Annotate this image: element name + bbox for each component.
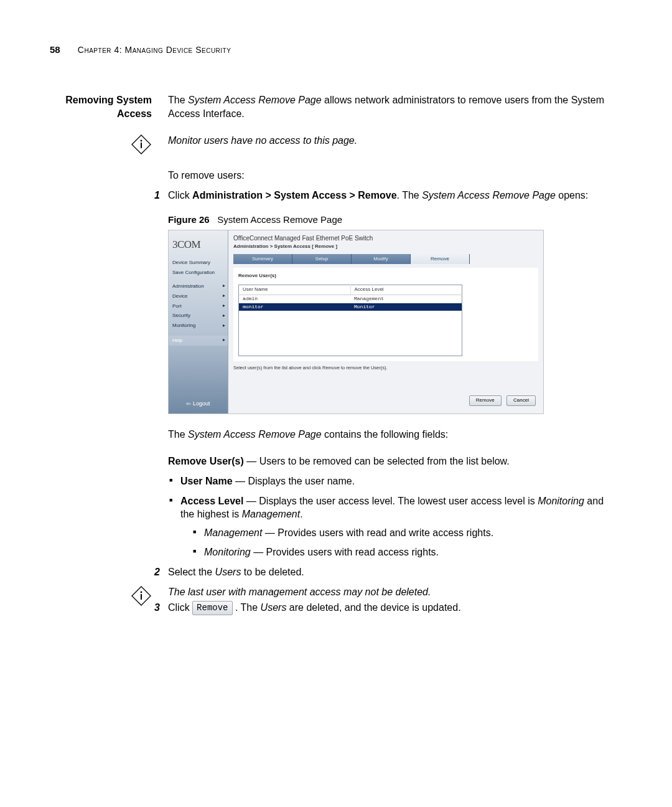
- remove-button[interactable]: Remove: [469, 395, 502, 406]
- remove-users-field: Remove User(s) — Users to be removed can…: [168, 455, 616, 468]
- nav-help[interactable]: Help: [169, 336, 228, 346]
- svg-point-4: [141, 591, 142, 593]
- nav-security[interactable]: Security: [169, 311, 228, 321]
- field-user-name: User Name — Displays the user name.: [180, 474, 616, 488]
- nav-save-configuration[interactable]: Save Configuration: [169, 268, 228, 278]
- logout-button[interactable]: ⇦ Logout: [169, 400, 228, 407]
- nav-monitoring[interactable]: Monitoring: [169, 321, 228, 331]
- screenshot-title: OfficeConnect Managed Fast Ethernet PoE …: [228, 230, 543, 244]
- panel-title: Remove User(s): [238, 273, 533, 280]
- svg-rect-2: [141, 143, 142, 148]
- table-row[interactable]: monitor Monitor: [239, 303, 462, 311]
- cancel-button[interactable]: Cancel: [506, 395, 536, 406]
- section-title: Removing System Access: [50, 93, 152, 120]
- to-remove-users: To remove users:: [168, 169, 616, 182]
- screenshot: 3COM Device Summary Save Configuration A…: [168, 230, 544, 414]
- tab-bar: Summary Setup Modify Remove: [233, 254, 470, 264]
- svg-rect-5: [141, 594, 142, 600]
- brand-logo: 3COM: [169, 230, 228, 256]
- tab-modify[interactable]: Modify: [352, 254, 411, 264]
- field-monitoring: Monitoring — Provides users with read ac…: [204, 545, 616, 559]
- section-intro: The System Access Remove Page allows net…: [168, 93, 616, 120]
- col-user-name: User Name: [239, 285, 351, 295]
- info-icon: [131, 134, 152, 155]
- page-header: 58 Chapter 4: Managing Device Security: [50, 44, 616, 56]
- tab-summary[interactable]: Summary: [233, 254, 292, 264]
- note-last-user: The last user with management access may…: [168, 585, 616, 599]
- note-monitor-users: Monitor users have no access to this pag…: [168, 134, 616, 148]
- panel-remove-users: Remove User(s) User Name Access Level: [233, 268, 538, 361]
- step-2: 2 Select the Users to be deleted.: [168, 565, 616, 579]
- nav-device-summary[interactable]: Device Summary: [169, 258, 228, 268]
- info-icon: [131, 585, 152, 606]
- tab-remove[interactable]: Remove: [411, 254, 470, 264]
- step-3: 3 Click Remove . The Users are deleted, …: [168, 601, 616, 615]
- panel-hint: Select user(s) from the list above and c…: [233, 365, 538, 371]
- screenshot-sidebar: 3COM Device Summary Save Configuration A…: [169, 230, 228, 413]
- chapter-title: Chapter 4: Managing Device Security: [78, 45, 231, 55]
- field-access-level: Access Level — Displays the user access …: [180, 494, 616, 559]
- step-1: 1 Click Administration > System Access >…: [168, 189, 616, 202]
- field-management: Management — Provides users with read an…: [204, 526, 616, 540]
- col-access-level: Access Level: [350, 285, 462, 295]
- nav-administration[interactable]: Administration: [169, 281, 228, 291]
- screenshot-breadcrumb: Administration > System Access [ Remove …: [228, 243, 543, 254]
- inline-remove-button[interactable]: Remove: [192, 601, 232, 615]
- users-table[interactable]: User Name Access Level admin Management: [238, 285, 462, 356]
- tab-setup[interactable]: Setup: [292, 254, 352, 264]
- table-row[interactable]: admin Management: [239, 295, 462, 303]
- figure-caption: Figure 26 System Access Remove Page: [168, 214, 616, 226]
- nav-port[interactable]: Port: [169, 301, 228, 311]
- fields-intro: The System Access Remove Page contains t…: [168, 428, 616, 441]
- svg-point-1: [141, 140, 142, 142]
- nav-device[interactable]: Device: [169, 291, 228, 301]
- page-number: 58: [50, 44, 60, 56]
